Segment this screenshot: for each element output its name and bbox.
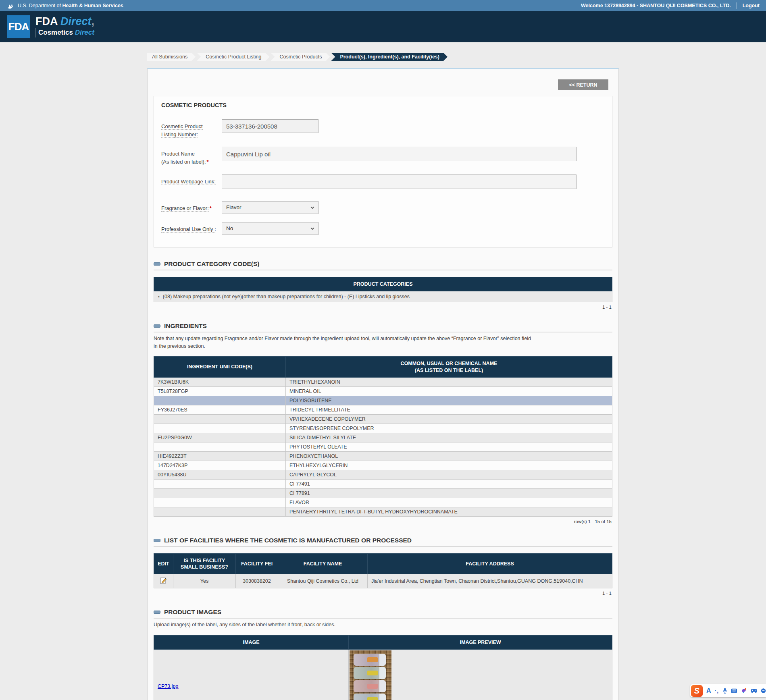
- ingredient-row: HIE492ZZ3TPHENOXYETHANOL: [154, 451, 612, 461]
- app-header: FDA FDA Direct, Cosmetics Direct: [0, 11, 766, 42]
- return-button[interactable]: << RETURN: [558, 79, 608, 90]
- product-images-note: Upload image(s) of the label, any sides …: [154, 621, 612, 629]
- main-card: << RETURN COSMETIC PRODUCTS Cosmetic Pro…: [147, 68, 619, 700]
- breadcrumb-cosmetic-products[interactable]: Cosmetic Products: [271, 53, 330, 61]
- punctuation-icon[interactable]: ·,: [715, 688, 719, 694]
- category-row: •(08) Makeup preparations (not eye)(othe…: [154, 291, 612, 302]
- cosmetic-products-panel: COSMETIC PRODUCTS Cosmetic Product Listi…: [154, 96, 612, 247]
- fda-logo[interactable]: FDA: [7, 15, 30, 38]
- image-preview-column-header: IMAGE PREVIEW: [349, 636, 612, 650]
- facilities-section-head: LIST OF FACILITIES WHERE THE COSMETIC IS…: [154, 537, 612, 547]
- ingredients-title: INGREDIENTS: [164, 322, 207, 330]
- brand-title: FDA Direct, Cosmetics Direct: [35, 16, 98, 37]
- edit-column-header: EDIT: [154, 553, 173, 574]
- breadcrumb-all-submissions[interactable]: All Submissions: [147, 53, 196, 61]
- webpage-link-input[interactable]: [222, 174, 577, 189]
- controller-icon[interactable]: [751, 688, 757, 694]
- product-image-preview[interactable]: [350, 650, 391, 700]
- ime-toolbar: S A ·,: [690, 684, 766, 697]
- professional-use-value: No: [226, 225, 233, 231]
- ingredient-row: CI 77891: [154, 488, 612, 498]
- clipped-icon[interactable]: [761, 688, 766, 694]
- collapse-icon[interactable]: [154, 611, 160, 614]
- fragrance-flavor-value: Flavor: [226, 204, 241, 210]
- facility-row: Yes 3030838202 Shantou Qiji Cosmetics Co…: [154, 574, 612, 588]
- pencil-edit-icon: [160, 577, 167, 584]
- ingredient-row: 147D247K3PETHYLHEXYLGLYCERIN: [154, 461, 612, 470]
- collapse-icon[interactable]: [154, 324, 160, 328]
- listing-number-label: Cosmetic Product Listing Number:: [161, 119, 222, 139]
- product-categories-table: PRODUCT CATEGORIES •(08) Makeup preparat…: [154, 277, 612, 302]
- image-file-link[interactable]: CP73.jpg: [158, 683, 178, 689]
- bullet-icon: •: [158, 294, 160, 299]
- product-images-title: PRODUCT IMAGES: [164, 609, 221, 616]
- palette-icon[interactable]: [741, 687, 747, 694]
- logout-link[interactable]: Logout: [743, 3, 760, 8]
- collapse-icon[interactable]: [154, 262, 160, 266]
- product-name-label: Product Name (As listed on label):*: [161, 147, 222, 166]
- letter-A-icon[interactable]: A: [706, 687, 711, 694]
- facilities-title: LIST OF FACILITIES WHERE THE COSMETIC IS…: [164, 537, 412, 544]
- image-row: CP73.jpg: [154, 650, 612, 700]
- lip-oil-tubes: [354, 654, 386, 700]
- ingredients-note: Note that any update regarding Fragrance…: [154, 335, 612, 350]
- webpage-link-label: Product Webpage Link:: [161, 174, 222, 186]
- unii-column-header: INGREDIENT UNII CODE(S): [154, 357, 286, 378]
- ingredient-row: T5L8T28FGPMINERAL OIL: [154, 386, 612, 396]
- product-categories-header: PRODUCT CATEGORIES: [154, 277, 612, 291]
- ingredient-row: 00YIU5438UCAPRYLYL GLYCOL: [154, 470, 612, 479]
- product-category-section-head: PRODUCT CATEGORY CODE(S): [154, 260, 612, 270]
- professional-use-label: Professional Use Only :: [161, 222, 222, 233]
- dept-title: U.S. Department of Health & Human Servic…: [18, 3, 123, 8]
- microphone-icon[interactable]: [722, 687, 727, 694]
- product-category-title: PRODUCT CATEGORY CODE(S): [164, 260, 260, 268]
- listing-number-input[interactable]: [222, 119, 318, 133]
- ingredient-row: EU2PSP0G0WSILICA DIMETHYL SILYLATE: [154, 433, 612, 442]
- ingredient-row: PENTAERYTHRITYL TETRA-DI-T-BUTYL HYDROXY…: [154, 507, 612, 516]
- product-images-section-head: PRODUCT IMAGES: [154, 609, 612, 619]
- breadcrumb-cosmetic-product-listing[interactable]: Cosmetic Product Listing: [197, 53, 269, 61]
- sogou-logo[interactable]: S: [691, 685, 703, 697]
- small-business-column-header: IS THIS FACILITYSMALL BUSINESS?: [173, 553, 236, 574]
- fei-column-header: FACILITY FEI: [236, 553, 278, 574]
- ingredient-row: STYRENE/ISOPRENE COPOLYMER: [154, 424, 612, 433]
- facility-address-column-header: FACILITY ADDRESS: [368, 553, 612, 574]
- edit-facility-button[interactable]: [160, 577, 167, 585]
- fragrance-flavor-select[interactable]: Flavor: [222, 201, 318, 214]
- ingredient-row: CI 77491: [154, 479, 612, 488]
- fragrance-flavor-label: Fragrance or Flavor:*: [161, 201, 222, 212]
- hhs-eagle-icon: [6, 2, 15, 10]
- ingredient-row: VP/HEXADECENE COPOLYMER: [154, 414, 612, 424]
- product-name-input[interactable]: [222, 147, 577, 161]
- chevron-down-icon: [310, 226, 315, 231]
- breadcrumb: All Submissions Cosmetic Product Listing…: [147, 53, 619, 61]
- categories-pagination: 1 - 1: [154, 305, 612, 309]
- page: U.S. Department of Health & Human Servic…: [0, 0, 766, 700]
- chevron-down-icon: [310, 205, 315, 210]
- chemical-name-column-header: COMMON, USUAL OR CHEMICAL NAME(AS LISTED…: [286, 357, 612, 378]
- image-column-header: IMAGE: [154, 636, 349, 650]
- ingredients-table: INGREDIENT UNII CODE(S) COMMON, USUAL OR…: [154, 356, 612, 517]
- panel-title: COSMETIC PRODUCTS: [161, 102, 605, 111]
- facilities-table: EDIT IS THIS FACILITYSMALL BUSINESS? FAC…: [154, 553, 612, 589]
- ingredient-row: FLAVOR: [154, 498, 612, 507]
- ingredient-row-selected[interactable]: POLYISOBUTENE: [154, 396, 612, 405]
- collapse-icon[interactable]: [154, 539, 160, 542]
- ingredient-row: FY36J270ESTRIDECYL TRIMELLITATE: [154, 405, 612, 414]
- ingredient-row: 7K3W1BIU6KTRIETHYLHEXANOIN: [154, 377, 612, 386]
- breadcrumb-product-ingredient-facility: Product(s), Ingredient(s), and Facility(…: [331, 53, 448, 61]
- welcome-text: Welcome 13728942894 - SHANTOU QIJI COSME…: [581, 3, 731, 8]
- facility-name-column-header: FACILITY NAME: [278, 553, 368, 574]
- facilities-pagination: 1 - 1: [154, 591, 612, 596]
- product-images-table: IMAGE IMAGE PREVIEW CP73.jpg: [154, 635, 612, 700]
- ingredients-pagination: row(s) 1 - 15 of 15: [154, 519, 612, 524]
- ingredient-row: PHYTOSTERYL OLEATE: [154, 442, 612, 451]
- ingredients-section-head: INGREDIENTS: [154, 322, 612, 332]
- professional-use-select[interactable]: No: [222, 222, 318, 235]
- keyboard-icon[interactable]: [731, 688, 737, 694]
- topbar-divider: [737, 2, 737, 9]
- hhs-topbar: U.S. Department of Health & Human Servic…: [0, 0, 766, 11]
